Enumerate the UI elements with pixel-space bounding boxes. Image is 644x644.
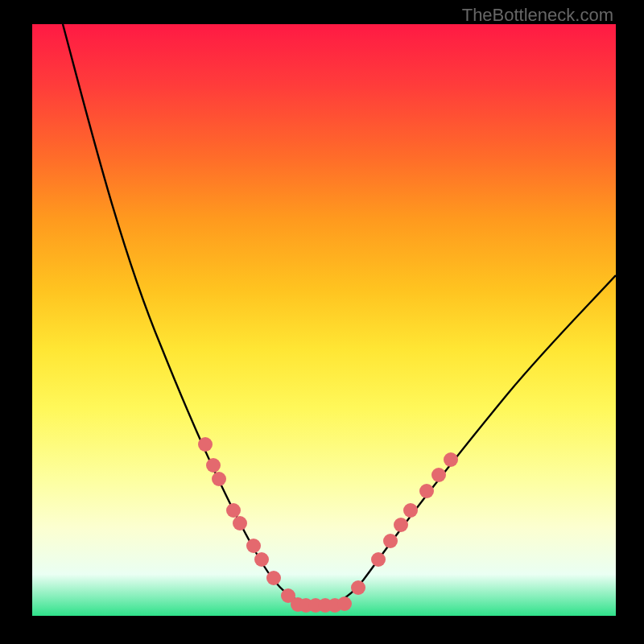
data-marker xyxy=(266,571,281,585)
data-marker xyxy=(444,452,458,467)
data-marker xyxy=(383,534,398,548)
markers-group xyxy=(198,437,458,613)
data-marker xyxy=(254,552,269,567)
data-marker xyxy=(226,503,241,518)
data-marker xyxy=(419,484,434,498)
data-marker xyxy=(212,472,226,486)
bottleneck-curve xyxy=(63,24,616,605)
data-marker xyxy=(394,518,408,532)
data-marker xyxy=(198,437,213,452)
data-marker xyxy=(337,597,352,611)
data-marker xyxy=(431,468,446,482)
data-marker xyxy=(206,458,221,473)
data-marker xyxy=(233,516,247,530)
data-marker xyxy=(371,552,386,567)
data-marker xyxy=(403,503,418,518)
plot-area xyxy=(32,24,616,616)
watermark-text: TheBottleneck.com xyxy=(462,5,613,26)
chart-container: TheBottleneck.com xyxy=(0,0,644,644)
data-marker xyxy=(246,539,261,553)
chart-svg xyxy=(32,24,616,616)
data-marker xyxy=(351,580,365,595)
